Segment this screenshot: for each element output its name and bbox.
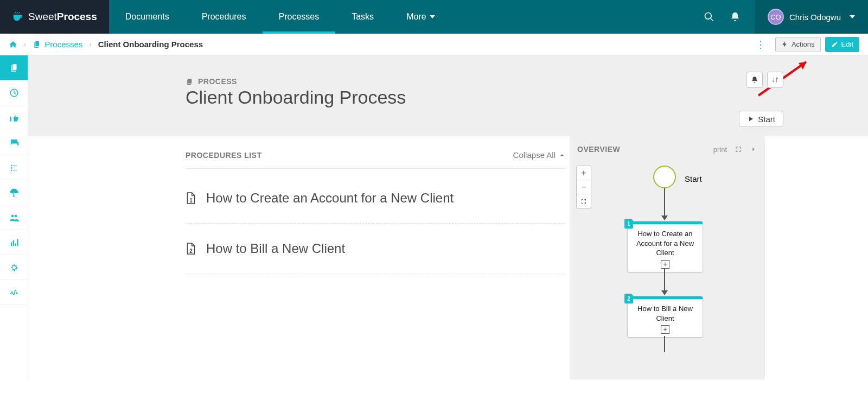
procedure-title: How to Create an Account for a New Clien…: [206, 191, 454, 206]
start-button[interactable]: Start: [739, 111, 783, 127]
item-number: 2: [186, 248, 196, 254]
rail-users[interactable]: [0, 205, 28, 230]
breadcrumb-bar: › Processes › Client Onboarding Process …: [0, 34, 868, 55]
zoom-controls: + −: [576, 166, 591, 209]
subheader-actions: ⋮ Actions Edit: [750, 37, 859, 52]
subscribe-button[interactable]: [746, 72, 763, 88]
sort-button[interactable]: [767, 72, 783, 88]
rail-clock[interactable]: [0, 80, 28, 105]
collapse-label: Collapse All: [513, 150, 556, 160]
rail-gear[interactable]: [0, 255, 28, 280]
workflow-node[interactable]: 2 How to Bill a New Client +: [627, 296, 703, 338]
pulse-icon: [9, 288, 19, 297]
top-nav: SweetProcess Documents Procedures Proces…: [0, 0, 868, 34]
avatar: CO: [768, 9, 784, 25]
play-icon: [747, 115, 755, 123]
procedures-heading: PROCEDURES LIST: [186, 151, 262, 160]
actions-button[interactable]: Actions: [775, 37, 821, 52]
connector-line: [664, 336, 665, 352]
brand[interactable]: SweetProcess: [0, 0, 109, 34]
edit-icon: [831, 41, 838, 48]
workflow-node[interactable]: 1 How to Create an Account for a New Cli…: [627, 221, 703, 272]
page-title: Client Onboarding Process: [186, 87, 771, 108]
copy-icon: [33, 40, 41, 49]
side-rail: [0, 55, 28, 379]
rail-chart[interactable]: [0, 230, 28, 255]
hero-controls: [746, 72, 783, 88]
chevron-down-icon: [850, 15, 855, 18]
bell-icon[interactable]: [730, 11, 741, 22]
sort-icon: [771, 76, 779, 84]
home-icon[interactable]: [9, 40, 17, 49]
nav-tasks[interactable]: Tasks: [335, 0, 390, 34]
nav-links: Documents Procedures Processes Tasks Mor…: [109, 0, 451, 34]
nav-processes[interactable]: Processes: [263, 0, 336, 34]
user-menu[interactable]: CO Chris Odogwu: [755, 0, 868, 34]
breadcrumb-processes[interactable]: Processes: [33, 40, 82, 49]
workflow-start-label: Start: [685, 174, 702, 183]
chat-icon: [9, 138, 19, 148]
more-menu-icon[interactable]: ⋮: [750, 39, 771, 50]
nav-documents[interactable]: Documents: [109, 0, 186, 34]
procedure-item[interactable]: 2 How to Bill a New Client: [186, 224, 565, 274]
hero: PROCESS Client Onboarding Process Start: [28, 55, 868, 136]
breadcrumb-current: Client Onboarding Process: [98, 40, 203, 49]
arrow-down-icon: [661, 215, 668, 220]
item-number: 1: [186, 198, 196, 204]
start-label: Start: [758, 115, 775, 124]
arrow-down-icon: [661, 290, 668, 295]
collapse-all-button[interactable]: Collapse All: [513, 150, 565, 160]
hero-label: PROCESS: [186, 77, 771, 86]
rail-checklist[interactable]: [0, 155, 28, 180]
node-number: 1: [624, 219, 633, 229]
procedure-title: How to Bill a New Client: [206, 241, 345, 256]
expand-node-button[interactable]: +: [661, 325, 669, 334]
bell-icon: [751, 76, 758, 84]
bar-chart-icon: [9, 238, 19, 248]
workflow-start-node[interactable]: [653, 166, 676, 188]
nav-more-label: More: [406, 12, 426, 22]
connector-line: [664, 269, 665, 291]
expand-icon[interactable]: [735, 145, 742, 153]
workflow-canvas[interactable]: + − Start 1 How to Create an Account for…: [570, 162, 765, 369]
cup-icon: [12, 11, 24, 23]
nav-procedures[interactable]: Procedures: [186, 0, 263, 34]
connector-line: [664, 188, 665, 217]
checklist-icon: [9, 163, 19, 173]
breadcrumb-processes-label: Processes: [44, 40, 82, 49]
users-icon: [9, 213, 19, 223]
overview-heading: OVERVIEW: [577, 145, 620, 154]
actions-label: Actions: [792, 40, 815, 48]
user-name: Chris Odogwu: [789, 12, 841, 22]
edit-button[interactable]: Edit: [825, 37, 859, 52]
rail-pulse[interactable]: [0, 280, 28, 305]
expand-node-button[interactable]: +: [661, 260, 669, 269]
rail-thumb[interactable]: [0, 105, 28, 130]
zoom-in-button[interactable]: +: [577, 166, 591, 180]
brand-text-2: Process: [57, 11, 97, 22]
brand-text-1: Sweet: [28, 11, 57, 22]
main: PROCESS Client Onboarding Process Start: [28, 55, 868, 379]
rail-copy[interactable]: [0, 55, 28, 80]
node-title: How to Create an Account for a New Clien…: [632, 229, 698, 258]
rail-chat[interactable]: [0, 130, 28, 155]
clock-icon: [9, 88, 19, 98]
zoom-out-button[interactable]: −: [577, 180, 591, 194]
fit-button[interactable]: [577, 194, 591, 208]
copy-icon: [9, 63, 19, 73]
chevron-right-icon[interactable]: [750, 145, 757, 153]
nav-more[interactable]: More: [390, 0, 451, 34]
print-link[interactable]: print: [713, 145, 727, 154]
edit-label: Edit: [841, 40, 853, 48]
nav-icon-group: [690, 0, 755, 34]
overview-panel: OVERVIEW print + − Start: [570, 136, 765, 379]
bolt-icon: [781, 41, 788, 48]
umbrella-icon: [9, 188, 19, 198]
chevron-up-icon: [559, 152, 565, 159]
procedure-item[interactable]: 1 How to Create an Account for a New Cli…: [186, 169, 565, 224]
rail-umbrella[interactable]: [0, 180, 28, 205]
thumb-icon: [9, 113, 19, 123]
breadcrumb-sep: ›: [89, 40, 91, 48]
breadcrumb-sep: ›: [24, 40, 26, 48]
search-icon[interactable]: [704, 11, 714, 22]
